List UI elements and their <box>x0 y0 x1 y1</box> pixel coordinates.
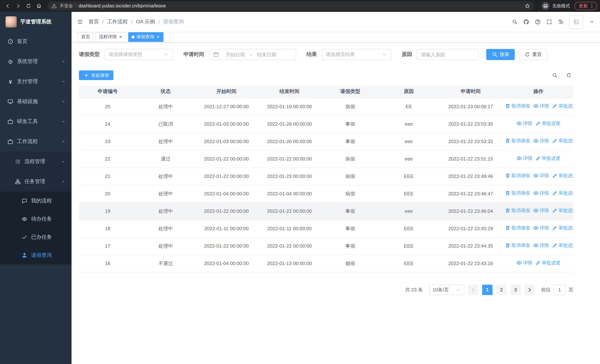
back-button[interactable] <box>3 1 13 11</box>
cell-status: 通过 <box>136 150 195 168</box>
tab-leave-query[interactable]: 请假查询 <box>128 32 163 42</box>
reload-button[interactable] <box>24 1 33 11</box>
detail-link[interactable]: 详情 <box>533 138 549 144</box>
progress-link[interactable]: 审批进度 <box>552 225 573 231</box>
detail-link[interactable]: 详情 <box>516 121 532 127</box>
user-menu-caret[interactable] <box>589 19 595 25</box>
cell-apply-id: 19 <box>79 202 136 220</box>
sidebar-item-payment-mgmt[interactable]: ¥ 支付管理 <box>0 72 72 92</box>
github-button[interactable] <box>523 19 529 25</box>
cell-operations: 取消请假详情审批进度 <box>503 237 573 255</box>
sidebar-item-home[interactable]: 首页 <box>0 31 72 52</box>
progress-link[interactable]: 审批进度 <box>552 103 573 109</box>
sidebar-item-my-processes[interactable]: 我的流程 <box>0 192 72 210</box>
end-date-input[interactable] <box>253 52 281 57</box>
cell-status: 处理中 <box>136 98 195 115</box>
avatar[interactable] <box>569 15 583 29</box>
cancel-leave-link[interactable]: 取消请假 <box>505 225 530 231</box>
font-size-button[interactable] <box>558 19 564 25</box>
detail-link[interactable]: 详情 <box>533 208 549 214</box>
sidebar-item-system-mgmt[interactable]: ⚙ 系统管理 <box>0 52 72 72</box>
forward-button[interactable] <box>13 1 23 11</box>
table-row: 21处理中2022-01-22 00:00:002022-01-23 00:00… <box>79 168 573 185</box>
next-page-button[interactable] <box>525 284 535 295</box>
menu-dots-icon[interactable] <box>589 3 595 9</box>
sidebar-item-done-tasks[interactable]: 已办任务 <box>0 228 72 246</box>
close-icon[interactable] <box>156 35 160 39</box>
cell-leave-type: 事假 <box>321 202 379 220</box>
sidebar-item-dev-tools[interactable]: 研发工具 <box>0 112 72 131</box>
table-refresh-button[interactable] <box>566 72 572 78</box>
cancel-leave-link[interactable]: 取消请假 <box>505 243 530 249</box>
sidebar-item-leave-query[interactable]: 请假查询 <box>0 246 72 264</box>
apply-time-range-picker[interactable]: - <box>209 49 296 60</box>
detail-link[interactable]: 详情 <box>533 103 549 109</box>
detail-link[interactable]: 详情 <box>533 225 549 231</box>
start-date-input[interactable] <box>221 52 249 57</box>
task-mgmt-submenu: 我的流程 待办任务 已办任务 请假查询 <box>0 192 72 264</box>
cancel-leave-link[interactable]: 取消请假 <box>505 190 530 196</box>
table-tools <box>552 72 573 78</box>
tab-process-detail[interactable]: 流程详情 <box>96 32 126 42</box>
sidebar-item-todo-tasks[interactable]: 待办任务 <box>0 210 72 228</box>
page-button-3[interactable]: 3 <box>510 284 521 295</box>
page-size-select[interactable]: 10条/页 <box>429 284 464 295</box>
url-text[interactable]: dashboard.yudao.iocoder.cn/bpm/oa/leave <box>79 3 522 9</box>
sidebar-toggle-button[interactable] <box>72 19 89 25</box>
detail-link[interactable]: 详情 <box>533 173 549 179</box>
sidebar-item-workflow[interactable]: 工作流程 <box>0 131 72 152</box>
reset-button[interactable]: 重置 <box>519 49 547 60</box>
pagination: 共 23 条 10条/页 1 2 3 前往 页 <box>79 284 573 295</box>
reason-input[interactable] <box>421 52 475 57</box>
leave-type-select[interactable]: 请选择请假类型 <box>104 49 173 60</box>
create-leave-button[interactable]: 发起请假 <box>79 70 113 80</box>
cell-status: 处理中 <box>136 202 195 220</box>
progress-link[interactable]: 审批进度 <box>552 243 573 249</box>
sidebar-item-process-mgmt[interactable]: 流程管理 <box>0 152 72 172</box>
breadcrumb-item: OA 示例 <box>136 18 155 25</box>
search-button[interactable]: 搜索 <box>486 49 515 60</box>
detail-link[interactable]: 详情 <box>533 190 549 196</box>
home-button[interactable] <box>34 1 44 11</box>
app-logo[interactable]: 芋道管理系统 <box>0 12 72 31</box>
progress-link[interactable]: 审批进度 <box>552 138 573 144</box>
progress-link[interactable]: 审批进度 <box>552 190 573 196</box>
cell-end-time: 2022-01-13 00:00:00 <box>258 255 321 272</box>
progress-link[interactable]: 审批进度 <box>552 173 573 179</box>
breadcrumb-item[interactable]: 首页 <box>89 18 99 25</box>
tab-home[interactable]: 首页 <box>78 32 94 42</box>
cancel-leave-link[interactable]: 取消请假 <box>505 138 530 144</box>
edit-icon <box>552 190 558 196</box>
bookmark-star-icon[interactable] <box>525 3 530 9</box>
close-icon[interactable] <box>119 35 123 39</box>
cell-apply-time: 2022-01-22 23:43:16 <box>438 255 503 272</box>
search-toggle-button[interactable] <box>552 72 558 78</box>
cancel-leave-link[interactable]: 取消请假 <box>505 173 530 179</box>
page-button-1[interactable]: 1 <box>482 284 493 295</box>
progress-link[interactable]: 审批进度 <box>552 208 573 214</box>
detail-link[interactable]: 详情 <box>516 260 532 266</box>
update-button[interactable]: 更新 <box>574 2 597 10</box>
detail-link[interactable]: 详情 <box>516 155 532 162</box>
address-bar[interactable]: 不安全 dashboard.yudao.iocoder.cn/bpm/oa/le… <box>47 1 534 10</box>
prev-page-button[interactable] <box>468 284 478 295</box>
cancel-leave-link[interactable]: 取消请假 <box>505 103 530 109</box>
security-label[interactable]: 不安全 <box>60 3 73 9</box>
cancel-leave-link[interactable]: 取消请假 <box>505 208 530 214</box>
progress-link[interactable]: 审批进度 <box>535 260 560 266</box>
goto-page-input[interactable] <box>554 284 565 295</box>
help-button[interactable] <box>535 19 541 25</box>
reload-icon <box>26 3 31 9</box>
reason-field[interactable] <box>417 49 479 60</box>
cell-apply-id: 23 <box>79 133 136 150</box>
fullscreen-button[interactable] <box>546 19 552 25</box>
progress-link[interactable]: 审批进度 <box>535 121 560 127</box>
header-search-button[interactable] <box>512 19 518 25</box>
sidebar-item-task-mgmt[interactable]: 任务管理 <box>0 172 72 192</box>
page-button-2[interactable]: 2 <box>496 284 506 295</box>
detail-link[interactable]: 详情 <box>533 243 549 249</box>
progress-link[interactable]: 审批进度 <box>535 155 560 162</box>
sidebar-item-label: 已办任务 <box>31 234 52 240</box>
sidebar-item-infrastructure[interactable]: 基础设施 <box>0 92 72 112</box>
result-select[interactable]: 请选择流结果 <box>322 49 391 60</box>
